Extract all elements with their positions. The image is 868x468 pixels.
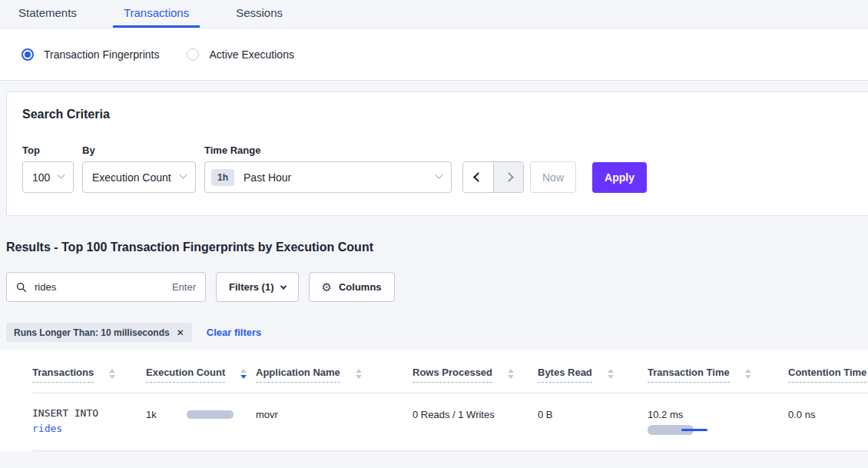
sort-icon	[356, 369, 362, 379]
tab-sessions[interactable]: Sessions	[225, 0, 293, 28]
radio-label: Transaction Fingerprints	[44, 48, 159, 61]
column-header-label: Application Name	[256, 367, 340, 383]
column-header-label: Execution Count	[146, 367, 225, 383]
radio-unselected-icon	[187, 48, 199, 61]
search-input-value: rides	[35, 281, 164, 293]
time-range-field: Time Range 1h Past Hour	[204, 144, 452, 193]
by-field: By Execution Count	[82, 144, 196, 193]
transaction-time-cell: 10.2 ms	[648, 406, 788, 435]
column-header-contention-time[interactable]: Contention Time	[788, 367, 868, 393]
time-range-label: Time Range	[204, 144, 452, 156]
chevron-down-icon	[436, 171, 443, 179]
transactions-table: Transactions Execution Count Application…	[0, 350, 868, 451]
chevron-down-icon	[180, 171, 187, 179]
time-range-pager	[462, 161, 524, 193]
transaction-fingerprint-cell: INSERT INTO rides	[32, 406, 146, 436]
page-background	[0, 451, 868, 466]
search-criteria-panel: Search Criteria Top 100 By Execution Cou…	[6, 91, 868, 216]
filters-button[interactable]: Filters (1)	[216, 272, 299, 302]
radio-transaction-fingerprints[interactable]: Transaction Fingerprints	[22, 48, 159, 61]
table-row: INSERT INTO rides 1k movr 0 Reads / 1 Wr…	[32, 393, 868, 451]
results-heading: Results - Top 100 Transaction Fingerprin…	[6, 241, 868, 254]
search-icon	[16, 282, 27, 293]
search-enter-button[interactable]: Enter	[172, 281, 196, 293]
top-label: Top	[22, 144, 74, 156]
transaction-time-value: 10.2 ms	[648, 409, 788, 420]
column-header-transactions[interactable]: Transactions	[32, 367, 146, 393]
tab-transactions[interactable]: Transactions	[113, 0, 200, 28]
column-header-rows-processed[interactable]: Rows Processed	[412, 367, 538, 393]
sql-statement-text: INSERT INTO	[32, 406, 146, 421]
rows-processed-cell: 0 Reads / 1 Writes	[412, 406, 538, 420]
column-header-label: Rows Processed	[412, 367, 492, 383]
application-name-cell: movr	[256, 406, 412, 420]
column-header-label: Contention Time	[788, 367, 866, 383]
time-range-value: Past Hour	[244, 171, 436, 184]
sort-descending-icon	[240, 369, 247, 379]
radio-label: Active Executions	[209, 48, 294, 61]
page-tab-bar: Statements Transactions Sessions	[0, 0, 868, 28]
column-header-label: Transactions	[32, 367, 94, 383]
execution-count-cell: 1k	[146, 406, 256, 420]
top-field: Top 100	[22, 144, 74, 193]
transaction-time-bar-stddev	[681, 429, 707, 431]
apply-button[interactable]: Apply	[592, 162, 647, 193]
now-button[interactable]: Now	[530, 161, 576, 193]
time-range-select[interactable]: 1h Past Hour	[204, 161, 452, 193]
by-select-value: Execution Count	[92, 171, 181, 184]
by-label: By	[82, 144, 196, 156]
transaction-time-bar	[648, 425, 709, 435]
search-criteria-title: Search Criteria	[22, 108, 868, 121]
column-header-label: Transaction Time	[648, 367, 730, 383]
tab-statements[interactable]: Statements	[8, 0, 88, 28]
sort-icon	[745, 369, 751, 379]
column-header-bytes-read[interactable]: Bytes Read	[538, 367, 648, 393]
table-header-row: Transactions Execution Count Application…	[32, 350, 868, 393]
by-select[interactable]: Execution Count	[82, 161, 196, 193]
execution-count-value: 1k	[146, 409, 157, 420]
bytes-read-cell: 0 B	[538, 406, 648, 420]
results-section: Results - Top 100 Transaction Fingerprin…	[0, 216, 868, 342]
view-toggle-row: Transaction Fingerprints Active Executio…	[0, 28, 868, 81]
sort-icon	[608, 369, 614, 379]
column-header-transaction-time[interactable]: Transaction Time	[648, 367, 788, 393]
time-range-badge: 1h	[211, 169, 234, 186]
filters-button-label: Filters (1)	[229, 281, 274, 293]
radio-active-executions[interactable]: Active Executions	[187, 48, 294, 61]
chevron-left-icon	[473, 172, 483, 182]
previous-time-range-button[interactable]	[463, 162, 493, 192]
sort-icon	[109, 369, 115, 379]
transaction-link[interactable]: rides	[32, 421, 146, 436]
close-icon[interactable]: ✕	[177, 327, 184, 338]
top-select[interactable]: 100	[22, 161, 74, 193]
column-header-execution-count[interactable]: Execution Count	[146, 367, 256, 393]
columns-button-label: Columns	[339, 281, 382, 293]
columns-button[interactable]: ⚙ Columns	[309, 272, 395, 302]
column-header-application-name[interactable]: Application Name	[256, 367, 412, 393]
top-select-value: 100	[32, 171, 58, 184]
contention-time-cell: 0.0 ns	[788, 406, 868, 420]
filter-chip-label: Runs Longer Than: 10 milliseconds	[14, 327, 170, 338]
search-input[interactable]: rides Enter	[6, 272, 206, 302]
execution-count-bar	[187, 410, 234, 419]
filter-chip: Runs Longer Than: 10 milliseconds ✕	[6, 323, 192, 342]
next-time-range-button[interactable]	[493, 162, 523, 192]
sort-icon	[508, 369, 514, 379]
chevron-down-icon	[280, 283, 286, 289]
column-header-label: Bytes Read	[538, 367, 592, 383]
chevron-down-icon	[58, 171, 65, 179]
gear-icon: ⚙	[322, 281, 332, 293]
clear-filters-link[interactable]: Clear filters	[207, 327, 262, 338]
radio-selected-icon	[22, 48, 34, 61]
chevron-right-icon	[504, 172, 514, 182]
